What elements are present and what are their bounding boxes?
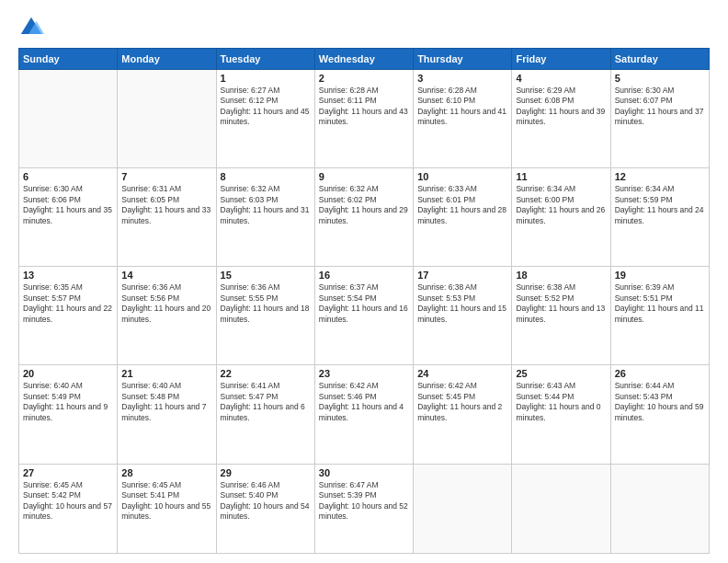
day-number: 27 [23, 467, 113, 478]
logo-icon [18, 15, 44, 40]
calendar-cell: 16Sunrise: 6:37 AM Sunset: 5:54 PM Dayli… [314, 267, 413, 365]
col-header-wednesday: Wednesday [314, 49, 413, 70]
day-info: Sunrise: 6:45 AM Sunset: 5:42 PM Dayligh… [23, 480, 113, 523]
calendar-cell: 19Sunrise: 6:39 AM Sunset: 5:51 PM Dayli… [610, 267, 709, 365]
day-number: 8 [221, 171, 311, 182]
day-info: Sunrise: 6:38 AM Sunset: 5:52 PM Dayligh… [516, 282, 606, 325]
calendar-cell: 25Sunrise: 6:43 AM Sunset: 5:44 PM Dayli… [512, 365, 610, 464]
day-number: 11 [516, 171, 606, 182]
day-info: Sunrise: 6:32 AM Sunset: 6:02 PM Dayligh… [319, 184, 409, 226]
col-header-thursday: Thursday [414, 49, 512, 70]
calendar-cell: 24Sunrise: 6:42 AM Sunset: 5:45 PM Dayli… [414, 365, 512, 464]
day-number: 20 [23, 368, 113, 379]
calendar-cell: 21Sunrise: 6:40 AM Sunset: 5:48 PM Dayli… [118, 365, 216, 464]
day-info: Sunrise: 6:28 AM Sunset: 6:10 PM Dayligh… [417, 86, 507, 128]
calendar-cell: 14Sunrise: 6:36 AM Sunset: 5:56 PM Dayli… [118, 267, 216, 365]
day-number: 17 [417, 270, 507, 281]
day-number: 15 [221, 270, 311, 281]
col-header-friday: Friday [512, 49, 610, 70]
day-number: 7 [121, 171, 211, 182]
calendar-cell: 10Sunrise: 6:33 AM Sunset: 6:01 PM Dayli… [414, 168, 512, 267]
calendar-cell: 7Sunrise: 6:31 AM Sunset: 6:05 PM Daylig… [118, 168, 216, 267]
day-number: 3 [417, 73, 507, 84]
calendar-cell: 5Sunrise: 6:30 AM Sunset: 6:07 PM Daylig… [610, 70, 709, 168]
week-row-3: 13Sunrise: 6:35 AM Sunset: 5:57 PM Dayli… [19, 267, 710, 365]
calendar-cell: 18Sunrise: 6:38 AM Sunset: 5:52 PM Dayli… [512, 267, 610, 365]
page: SundayMondayTuesdayWednesdayThursdayFrid… [0, 0, 728, 563]
day-info: Sunrise: 6:30 AM Sunset: 6:07 PM Dayligh… [615, 86, 705, 128]
day-number: 6 [23, 171, 113, 182]
header [18, 15, 710, 40]
calendar-cell: 3Sunrise: 6:28 AM Sunset: 6:10 PM Daylig… [414, 70, 512, 168]
day-info: Sunrise: 6:39 AM Sunset: 5:51 PM Dayligh… [615, 282, 705, 325]
day-number: 5 [615, 73, 705, 84]
day-info: Sunrise: 6:28 AM Sunset: 6:11 PM Dayligh… [319, 86, 409, 128]
day-number: 13 [23, 270, 113, 281]
day-info: Sunrise: 6:29 AM Sunset: 6:08 PM Dayligh… [516, 86, 606, 128]
day-info: Sunrise: 6:30 AM Sunset: 6:06 PM Dayligh… [23, 184, 113, 226]
day-info: Sunrise: 6:27 AM Sunset: 6:12 PM Dayligh… [221, 86, 311, 128]
col-header-tuesday: Tuesday [216, 49, 314, 70]
calendar-table: SundayMondayTuesdayWednesdayThursdayFrid… [18, 48, 710, 554]
calendar-cell: 2Sunrise: 6:28 AM Sunset: 6:11 PM Daylig… [314, 70, 413, 168]
day-number: 1 [221, 73, 311, 84]
day-info: Sunrise: 6:38 AM Sunset: 5:53 PM Dayligh… [417, 282, 507, 325]
day-number: 14 [121, 270, 211, 281]
day-info: Sunrise: 6:31 AM Sunset: 6:05 PM Dayligh… [121, 184, 211, 226]
day-info: Sunrise: 6:34 AM Sunset: 6:00 PM Dayligh… [516, 184, 606, 226]
day-info: Sunrise: 6:42 AM Sunset: 5:45 PM Dayligh… [417, 381, 507, 423]
calendar-cell: 13Sunrise: 6:35 AM Sunset: 5:57 PM Dayli… [19, 267, 118, 365]
calendar-cell [610, 464, 709, 553]
calendar-cell [512, 464, 610, 553]
day-number: 26 [615, 368, 705, 379]
day-number: 16 [319, 270, 409, 281]
day-info: Sunrise: 6:40 AM Sunset: 5:49 PM Dayligh… [23, 381, 113, 423]
col-header-saturday: Saturday [610, 49, 709, 70]
day-info: Sunrise: 6:45 AM Sunset: 5:41 PM Dayligh… [121, 480, 211, 523]
day-number: 10 [417, 171, 507, 182]
day-number: 4 [516, 73, 606, 84]
day-number: 2 [319, 73, 409, 84]
day-number: 24 [417, 368, 507, 379]
calendar-cell: 6Sunrise: 6:30 AM Sunset: 6:06 PM Daylig… [19, 168, 118, 267]
week-row-4: 20Sunrise: 6:40 AM Sunset: 5:49 PM Dayli… [19, 365, 710, 464]
day-info: Sunrise: 6:33 AM Sunset: 6:01 PM Dayligh… [417, 184, 507, 226]
calendar-cell: 15Sunrise: 6:36 AM Sunset: 5:55 PM Dayli… [216, 267, 314, 365]
day-number: 12 [615, 171, 705, 182]
week-row-2: 6Sunrise: 6:30 AM Sunset: 6:06 PM Daylig… [19, 168, 710, 267]
day-number: 18 [516, 270, 606, 281]
day-info: Sunrise: 6:42 AM Sunset: 5:46 PM Dayligh… [319, 381, 409, 423]
day-info: Sunrise: 6:36 AM Sunset: 5:55 PM Dayligh… [221, 282, 311, 325]
day-number: 9 [319, 171, 409, 182]
day-number: 21 [121, 368, 211, 379]
calendar-cell: 9Sunrise: 6:32 AM Sunset: 6:02 PM Daylig… [314, 168, 413, 267]
calendar-cell: 4Sunrise: 6:29 AM Sunset: 6:08 PM Daylig… [512, 70, 610, 168]
calendar-cell: 22Sunrise: 6:41 AM Sunset: 5:47 PM Dayli… [216, 365, 314, 464]
calendar-cell: 28Sunrise: 6:45 AM Sunset: 5:41 PM Dayli… [118, 464, 216, 553]
day-info: Sunrise: 6:40 AM Sunset: 5:48 PM Dayligh… [121, 381, 211, 423]
calendar-cell: 26Sunrise: 6:44 AM Sunset: 5:43 PM Dayli… [610, 365, 709, 464]
day-info: Sunrise: 6:36 AM Sunset: 5:56 PM Dayligh… [121, 282, 211, 325]
week-row-5: 27Sunrise: 6:45 AM Sunset: 5:42 PM Dayli… [19, 464, 710, 553]
day-info: Sunrise: 6:44 AM Sunset: 5:43 PM Dayligh… [615, 381, 705, 423]
calendar-cell [414, 464, 512, 553]
day-number: 28 [121, 467, 211, 478]
week-row-1: 1Sunrise: 6:27 AM Sunset: 6:12 PM Daylig… [19, 70, 710, 168]
day-info: Sunrise: 6:32 AM Sunset: 6:03 PM Dayligh… [221, 184, 311, 226]
day-info: Sunrise: 6:37 AM Sunset: 5:54 PM Dayligh… [319, 282, 409, 325]
calendar-header-row: SundayMondayTuesdayWednesdayThursdayFrid… [19, 49, 710, 70]
calendar-cell: 1Sunrise: 6:27 AM Sunset: 6:12 PM Daylig… [216, 70, 314, 168]
day-number: 30 [319, 467, 409, 478]
day-info: Sunrise: 6:35 AM Sunset: 5:57 PM Dayligh… [23, 282, 113, 325]
day-info: Sunrise: 6:34 AM Sunset: 5:59 PM Dayligh… [615, 184, 705, 226]
calendar-cell: 20Sunrise: 6:40 AM Sunset: 5:49 PM Dayli… [19, 365, 118, 464]
calendar-cell [118, 70, 216, 168]
day-number: 25 [516, 368, 606, 379]
day-number: 22 [221, 368, 311, 379]
calendar-cell: 29Sunrise: 6:46 AM Sunset: 5:40 PM Dayli… [216, 464, 314, 553]
day-info: Sunrise: 6:43 AM Sunset: 5:44 PM Dayligh… [516, 381, 606, 423]
calendar-cell: 30Sunrise: 6:47 AM Sunset: 5:39 PM Dayli… [314, 464, 413, 553]
col-header-sunday: Sunday [19, 49, 118, 70]
day-number: 23 [319, 368, 409, 379]
calendar-cell: 23Sunrise: 6:42 AM Sunset: 5:46 PM Dayli… [314, 365, 413, 464]
